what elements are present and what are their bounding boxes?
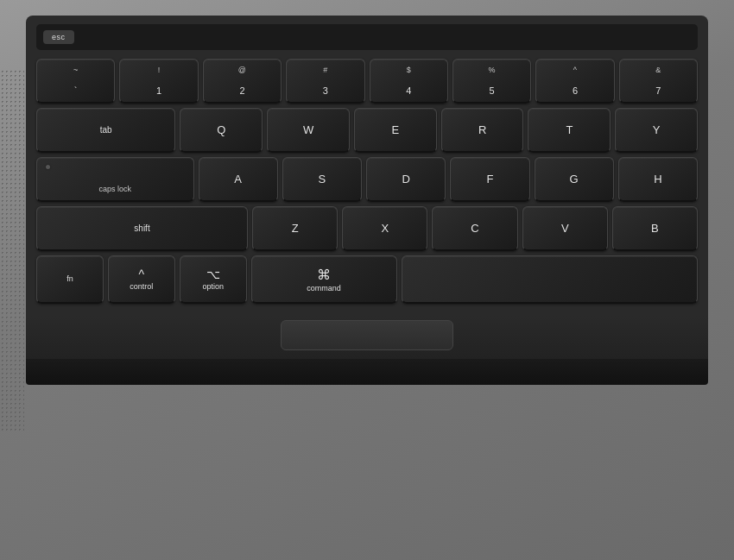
key-r[interactable]: R xyxy=(441,108,524,153)
touch-bar: esc xyxy=(36,24,698,50)
number-row: ~ ` ! 1 @ 2 # 3 $ 4 xyxy=(36,59,698,104)
key-1[interactable]: ! 1 xyxy=(119,59,198,104)
key-g[interactable]: G xyxy=(535,157,614,202)
key-space[interactable] xyxy=(402,255,698,304)
key-caps-lock[interactable]: caps lock xyxy=(36,157,194,202)
key-command[interactable]: ⌘ command xyxy=(251,255,397,304)
key-c[interactable]: C xyxy=(432,206,517,251)
key-4[interactable]: $ 4 xyxy=(370,59,448,104)
asdf-row: caps lock A S D F G H xyxy=(36,157,698,202)
bottom-row: fn ^ control ⌥ option ⌘ command xyxy=(36,255,698,304)
key-z[interactable]: Z xyxy=(252,206,338,251)
key-a[interactable]: A xyxy=(199,157,278,202)
key-fn[interactable]: fn xyxy=(36,255,104,304)
key-backtick[interactable]: ~ ` xyxy=(36,59,115,104)
key-6[interactable]: ^ 6 xyxy=(535,59,614,104)
key-d[interactable]: D xyxy=(366,157,446,202)
key-tab[interactable]: tab xyxy=(36,108,175,153)
key-v[interactable]: V xyxy=(522,206,608,251)
zxcv-row: shift Z X C V B xyxy=(36,206,698,251)
laptop-body: esc ~ ` ! 1 @ 2 # 3 xyxy=(0,0,734,560)
speaker-grille-left xyxy=(0,69,24,431)
key-y[interactable]: Y xyxy=(615,108,698,153)
keyboard-area: esc ~ ` ! 1 @ 2 # 3 xyxy=(26,16,708,316)
key-x[interactable]: X xyxy=(342,206,427,251)
keyboard: ~ ` ! 1 @ 2 # 3 $ 4 xyxy=(36,59,698,304)
key-2[interactable]: @ 2 xyxy=(203,59,282,104)
key-s[interactable]: S xyxy=(282,157,362,202)
qwerty-row: tab Q W E R T Y xyxy=(36,108,698,153)
key-f[interactable]: F xyxy=(450,157,529,202)
key-t[interactable]: T xyxy=(528,108,611,153)
key-h[interactable]: H xyxy=(618,157,698,202)
key-option[interactable]: ⌥ option xyxy=(180,255,247,304)
key-control[interactable]: ^ control xyxy=(108,255,175,304)
bottom-bar xyxy=(26,359,708,385)
caps-lock-led xyxy=(46,165,50,169)
touchpad-area xyxy=(26,316,708,359)
key-3[interactable]: # 3 xyxy=(286,59,364,104)
esc-key[interactable]: esc xyxy=(43,30,74,44)
key-w[interactable]: W xyxy=(267,108,350,153)
key-shift-left[interactable]: shift xyxy=(36,206,248,251)
key-q[interactable]: Q xyxy=(180,108,263,153)
key-e[interactable]: E xyxy=(354,108,437,153)
key-5[interactable]: % 5 xyxy=(452,59,531,104)
key-7[interactable]: & 7 xyxy=(619,59,698,104)
key-b[interactable]: B xyxy=(612,206,698,251)
trackpad[interactable] xyxy=(281,320,453,350)
